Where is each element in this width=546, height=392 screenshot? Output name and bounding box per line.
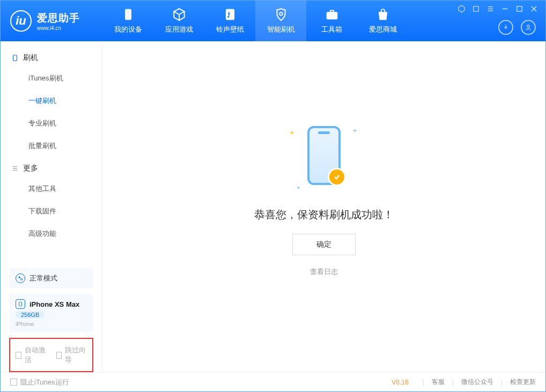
sparkle-icon: ✦	[297, 186, 300, 190]
user-icon[interactable]	[521, 20, 536, 35]
brand-url: www.i4.cn	[37, 25, 80, 31]
sidebar-footer: 正常模式 iPhone XS Max 256GB iPhone 自动激活 跳过向…	[1, 268, 102, 372]
phone-illustration: ✦ + ✦	[284, 115, 364, 196]
device-type: iPhone	[16, 321, 87, 327]
bag-icon	[376, 8, 390, 21]
svg-point-15	[527, 25, 529, 27]
group-icon	[11, 54, 19, 62]
body: 刷机iTunes刷机一键刷机专业刷机批量刷机更多其他工具下载固件高级功能 正常模…	[1, 41, 545, 372]
svg-rect-5	[330, 10, 334, 12]
sidebar-scroll: 刷机iTunes刷机一键刷机专业刷机批量刷机更多其他工具下载固件高级功能	[1, 41, 102, 268]
cube-icon	[172, 8, 186, 21]
tab-label: 铃声壁纸	[216, 25, 244, 34]
svg-rect-22	[19, 302, 22, 306]
phone-icon	[121, 8, 135, 21]
tab-case[interactable]: 工具箱	[306, 1, 357, 41]
svg-rect-16	[13, 55, 17, 61]
footer-right: V8.16 | 客服 | 微信公众号 | 检查更新	[392, 378, 536, 387]
sidebar-item[interactable]: 其他工具	[1, 177, 102, 200]
settings-icon[interactable]	[458, 5, 466, 13]
success-title: 恭喜您，保资料刷机成功啦！	[254, 208, 394, 222]
sparkle-icon: ✦	[288, 129, 296, 138]
svg-rect-0	[125, 9, 131, 20]
footer-link-wechat[interactable]: 微信公众号	[461, 378, 493, 387]
ok-button[interactable]: 确定	[292, 234, 356, 255]
bottom-checks-highlight: 自动激活 跳过向导	[9, 338, 93, 372]
close-button[interactable]	[530, 5, 538, 13]
auto-activate-label: 自动激活	[25, 345, 47, 365]
menu-icon[interactable]	[486, 5, 495, 13]
tab-label: 应用游戏	[165, 25, 193, 34]
sidebar-item[interactable]: 高级功能	[1, 223, 102, 245]
sidebar-item[interactable]: 批量刷机	[1, 135, 102, 157]
block-itunes-checkbox[interactable]: 阻止iTunes运行	[10, 378, 69, 387]
svg-point-21	[20, 278, 22, 280]
block-itunes-label: 阻止iTunes运行	[20, 378, 69, 387]
group-icon	[11, 165, 19, 172]
tab-shield[interactable]: 智能刷机	[255, 1, 306, 41]
brand-name: 爱思助手	[37, 11, 80, 25]
sidebar-item[interactable]: 专业刷机	[1, 112, 102, 135]
tab-phone[interactable]: 我的设备	[102, 1, 153, 41]
svg-point-20	[19, 277, 20, 278]
minimize-button[interactable]	[501, 5, 509, 13]
sidebar-item[interactable]: 下载固件	[1, 200, 102, 223]
maximize-button[interactable]	[515, 5, 523, 13]
download-icon[interactable]	[498, 20, 513, 35]
group-label: 刷机	[23, 53, 38, 63]
brand-text: 爱思助手 www.i4.cn	[37, 11, 80, 31]
device-card[interactable]: iPhone XS Max 256GB iPhone	[9, 294, 93, 332]
footer-link-update[interactable]: 检查更新	[510, 378, 536, 387]
sparkle-icon: +	[353, 127, 357, 135]
skin-icon[interactable]	[472, 5, 480, 13]
device-icon	[16, 299, 25, 309]
view-log-link[interactable]: 查看日志	[310, 267, 338, 277]
svg-rect-7	[474, 6, 478, 11]
mode-card[interactable]: 正常模式	[9, 268, 93, 289]
footer: 阻止iTunes运行 V8.16 | 客服 | 微信公众号 | 检查更新	[1, 372, 545, 391]
tab-label: 爱思商城	[369, 25, 397, 34]
svg-point-2	[227, 16, 229, 18]
tab-bag[interactable]: 爱思商城	[357, 1, 408, 41]
mode-label: 正常模式	[29, 273, 57, 283]
tab-cube[interactable]: 应用游戏	[153, 1, 204, 41]
tab-note[interactable]: 铃声壁纸	[204, 1, 255, 41]
brand-logo-icon: iu	[10, 10, 32, 32]
footer-link-support[interactable]: 客服	[432, 378, 445, 387]
svg-marker-6	[459, 5, 464, 12]
svg-rect-12	[517, 6, 522, 11]
tab-label: 智能刷机	[267, 25, 295, 34]
nav-tabs: 我的设备应用游戏铃声壁纸智能刷机工具箱爱思商城	[102, 1, 408, 41]
note-icon	[223, 8, 237, 21]
success-block: ✦ + ✦ 恭喜您，保资料刷机成功啦！ 确定 查看日志	[254, 115, 394, 277]
version-label: V8.16	[392, 379, 408, 386]
skip-guide-label: 跳过向导	[65, 345, 87, 365]
mode-icon	[16, 273, 25, 283]
sidebar: 刷机iTunes刷机一键刷机专业刷机批量刷机更多其他工具下载固件高级功能 正常模…	[1, 41, 102, 372]
shield-icon	[274, 8, 288, 21]
svg-rect-4	[327, 12, 337, 19]
main-content: ✦ + ✦ 恭喜您，保资料刷机成功啦！ 确定 查看日志	[102, 41, 545, 372]
svg-rect-1	[226, 9, 234, 20]
svg-point-3	[279, 12, 282, 15]
check-badge-icon	[328, 168, 346, 186]
group-label: 更多	[23, 164, 38, 173]
auto-activate-checkbox[interactable]: 自动激活	[16, 345, 47, 365]
brand: iu 爱思助手 www.i4.cn	[1, 10, 102, 32]
device-name: iPhone XS Max	[29, 300, 79, 308]
header-action-icons	[498, 20, 536, 35]
sidebar-item[interactable]: iTunes刷机	[1, 67, 102, 90]
sidebar-item[interactable]: 一键刷机	[1, 90, 102, 112]
case-icon	[325, 8, 339, 21]
window-controls	[458, 5, 538, 13]
tab-label: 工具箱	[321, 25, 342, 34]
sidebar-group-title: 更多	[1, 157, 102, 177]
device-storage: 256GB	[16, 311, 45, 319]
footer-left: 阻止iTunes运行	[10, 378, 392, 387]
sidebar-group-title: 刷机	[1, 47, 102, 67]
header: iu 爱思助手 www.i4.cn 我的设备应用游戏铃声壁纸智能刷机工具箱爱思商…	[1, 1, 545, 41]
skip-guide-checkbox[interactable]: 跳过向导	[56, 345, 87, 365]
tab-label: 我的设备	[114, 25, 142, 34]
app-window: iu 爱思助手 www.i4.cn 我的设备应用游戏铃声壁纸智能刷机工具箱爱思商…	[0, 0, 546, 392]
